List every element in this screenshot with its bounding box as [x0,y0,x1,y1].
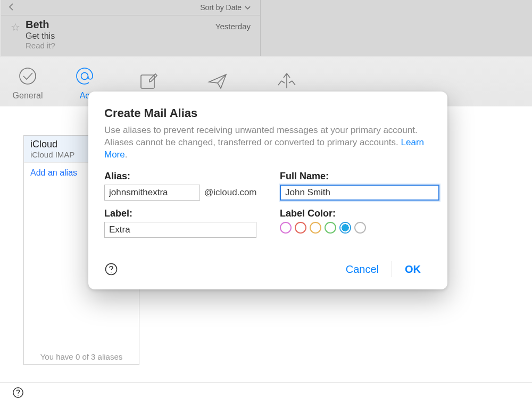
mail-preview: Read it? [26,41,255,50]
alias-input[interactable] [104,185,200,201]
fullname-field-label: Full Name: [280,171,439,182]
forward-arrows-icon [252,68,321,94]
alias-domain-label: @icloud.com [204,187,257,198]
svg-point-0 [20,68,36,84]
svg-point-6 [111,272,111,273]
color-swatch-orange[interactable] [310,222,321,234]
label-field-label: Label: [104,208,264,219]
modal-title: Create Mail Alias [104,106,431,120]
sort-by-dropdown[interactable]: Sort by Date [21,3,260,12]
at-sign-icon [55,63,114,89]
star-outline-icon[interactable]: ☆ [11,21,20,34]
color-swatch-red[interactable] [295,222,306,234]
alias-count-label: You have 0 of 3 aliases [24,352,139,361]
alias-field-label: Alias: [104,171,264,182]
compose-icon [114,68,183,94]
help-button[interactable] [12,386,24,399]
mail-list-background: Sort by Date ☆ Yesterday Beth Get this R… [0,0,532,56]
button-separator [392,261,392,277]
mail-subject: Get this [26,31,255,41]
label-input[interactable] [104,222,256,238]
tab-general[interactable]: General [0,63,55,101]
create-alias-modal: Create Mail Alias Use aliases to prevent… [88,92,447,289]
checkmark-circle-icon [0,63,55,89]
mail-list-item[interactable]: ☆ Yesterday Beth Get this Read it? [1,15,260,52]
modal-description: Use aliases to prevent receiving unwante… [104,124,431,161]
color-swatch-magenta[interactable] [280,222,292,234]
back-chevron-icon[interactable] [1,3,21,12]
svg-point-4 [18,395,18,396]
modal-help-button[interactable] [104,262,118,276]
fullname-input[interactable] [280,185,439,201]
color-swatch-blue[interactable] [339,222,351,234]
color-swatch-gray[interactable] [354,222,366,234]
labelcolor-field-label: Label Color: [280,208,439,219]
mail-sort-bar: Sort by Date [1,0,260,15]
footer-separator [0,382,532,383]
color-swatch-green[interactable] [325,222,336,234]
svg-point-1 [81,72,88,79]
label-color-options [280,222,439,234]
airplane-icon [183,68,252,94]
ok-button[interactable]: OK [394,261,431,278]
cancel-button[interactable]: Cancel [335,261,389,278]
sort-by-label: Sort by Date [200,3,242,12]
mail-date: Yesterday [215,22,251,31]
mail-list-column: Sort by Date ☆ Yesterday Beth Get this R… [1,0,261,56]
